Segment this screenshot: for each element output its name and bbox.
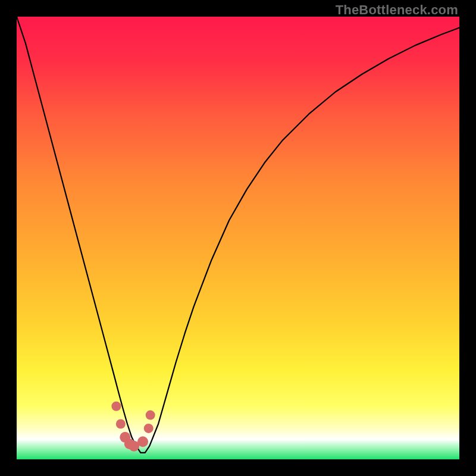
attribution-text: TheBottleneck.com	[336, 2, 458, 18]
gradient-background	[17, 17, 459, 459]
curve-marker	[144, 424, 154, 433]
curve-marker	[111, 402, 121, 411]
curve-marker	[137, 436, 148, 447]
curve-marker	[116, 419, 126, 428]
curve-marker	[146, 411, 155, 420]
bottleneck-chart	[17, 17, 459, 459]
chart-frame	[17, 17, 459, 459]
